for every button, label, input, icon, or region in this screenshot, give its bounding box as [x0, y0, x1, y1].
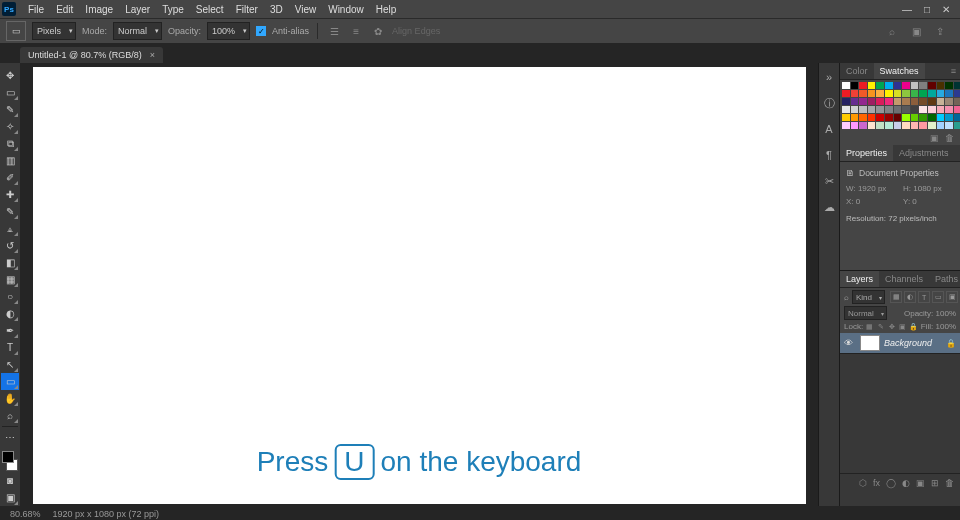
swatch[interactable]: [937, 90, 945, 97]
swatch[interactable]: [859, 106, 867, 113]
swatch[interactable]: [902, 122, 910, 129]
crop-tool[interactable]: ⧉: [1, 135, 19, 152]
shape-tool[interactable]: ▭: [1, 373, 19, 390]
minimize-button[interactable]: —: [902, 4, 912, 15]
lasso-tool[interactable]: ✎: [1, 101, 19, 118]
frame-tool[interactable]: ▥: [1, 152, 19, 169]
swatch[interactable]: [902, 114, 910, 121]
swatch[interactable]: [859, 98, 867, 105]
type-tool[interactable]: T: [1, 339, 19, 356]
swatch[interactable]: [842, 90, 850, 97]
gradient-tool[interactable]: ▦: [1, 271, 19, 288]
menu-help[interactable]: Help: [370, 0, 403, 18]
swatch[interactable]: [851, 122, 859, 129]
layer-fx-icon[interactable]: fx: [873, 478, 880, 488]
swatch[interactable]: [945, 106, 953, 113]
swatch[interactable]: [954, 98, 960, 105]
swatch[interactable]: [868, 90, 876, 97]
quick-mask[interactable]: ◙: [1, 472, 19, 489]
swatch[interactable]: [859, 90, 867, 97]
swatch[interactable]: [919, 82, 927, 89]
pen-tool[interactable]: ✒: [1, 322, 19, 339]
swatch[interactable]: [851, 82, 859, 89]
swatch[interactable]: [885, 98, 893, 105]
menu-layer[interactable]: Layer: [119, 0, 156, 18]
swatch[interactable]: [859, 82, 867, 89]
filter-smart-icon[interactable]: ▣: [946, 291, 958, 303]
filter-adjust-icon[interactable]: ◐: [904, 291, 916, 303]
swatch[interactable]: [885, 122, 893, 129]
mode-dropdown[interactable]: Normal: [113, 22, 162, 40]
swatch[interactable]: [928, 122, 936, 129]
swatch[interactable]: [945, 90, 953, 97]
swatch[interactable]: [851, 98, 859, 105]
settings-icon[interactable]: ✿: [370, 23, 386, 39]
swatch[interactable]: [928, 98, 936, 105]
filter-pixel-icon[interactable]: ▦: [890, 291, 902, 303]
layer-thumbnail[interactable]: [860, 335, 880, 351]
paragraph-panel-icon[interactable]: ¶: [821, 147, 837, 163]
swatch[interactable]: [868, 122, 876, 129]
swatch[interactable]: [928, 106, 936, 113]
swatch[interactable]: [842, 82, 850, 89]
lock-transparency-icon[interactable]: ▦: [865, 322, 874, 331]
document-tab[interactable]: Untitled-1 @ 80.7% (RGB/8) ×: [20, 47, 163, 63]
swatch[interactable]: [902, 90, 910, 97]
new-layer-icon[interactable]: ⊞: [931, 478, 939, 488]
swatch[interactable]: [928, 82, 936, 89]
swatch[interactable]: [902, 82, 910, 89]
antialias-checkbox[interactable]: ✓: [256, 26, 266, 36]
search-icon[interactable]: ⌕: [884, 23, 900, 39]
swatch[interactable]: [945, 82, 953, 89]
swatch[interactable]: [859, 114, 867, 121]
swatch[interactable]: [911, 106, 919, 113]
menu-edit[interactable]: Edit: [50, 0, 79, 18]
menu-3d[interactable]: 3D: [264, 0, 289, 18]
swatch[interactable]: [876, 90, 884, 97]
close-button[interactable]: ✕: [942, 4, 950, 15]
swatch[interactable]: [842, 98, 850, 105]
swatch[interactable]: [937, 106, 945, 113]
swatch[interactable]: [885, 106, 893, 113]
swatch[interactable]: [842, 122, 850, 129]
swatch[interactable]: [868, 114, 876, 121]
swatch[interactable]: [885, 90, 893, 97]
swatch[interactable]: [911, 90, 919, 97]
swatch[interactable]: [937, 82, 945, 89]
swatch[interactable]: [902, 98, 910, 105]
swatch[interactable]: [894, 90, 902, 97]
wand-tool[interactable]: ✧: [1, 118, 19, 135]
tab-paths[interactable]: Paths: [929, 271, 960, 287]
swatch[interactable]: [911, 98, 919, 105]
filter-type-icon[interactable]: T: [918, 291, 930, 303]
lock-image-icon[interactable]: ✎: [876, 322, 885, 331]
workspace-icon[interactable]: ▣: [908, 23, 924, 39]
menu-window[interactable]: Window: [322, 0, 370, 18]
swatch[interactable]: [937, 98, 945, 105]
swatches-menu-icon[interactable]: ≡: [947, 66, 960, 76]
blur-tool[interactable]: ○: [1, 288, 19, 305]
move-tool[interactable]: ✥: [1, 67, 19, 84]
swatch[interactable]: [894, 114, 902, 121]
menu-select[interactable]: Select: [190, 0, 230, 18]
share-icon[interactable]: ⇪: [932, 23, 948, 39]
tools-panel-icon[interactable]: ✂: [821, 173, 837, 189]
swatch[interactable]: [868, 82, 876, 89]
libraries-panel-icon[interactable]: ☁: [821, 199, 837, 215]
opacity-dropdown[interactable]: 100%: [207, 22, 250, 40]
swatch[interactable]: [851, 90, 859, 97]
layer-mask-icon[interactable]: ◯: [886, 478, 896, 488]
swatch[interactable]: [876, 98, 884, 105]
swatch[interactable]: [885, 82, 893, 89]
path-select-tool[interactable]: ↖: [1, 356, 19, 373]
swatch[interactable]: [919, 98, 927, 105]
brush-tool[interactable]: ✎: [1, 203, 19, 220]
menu-filter[interactable]: Filter: [230, 0, 264, 18]
swatch[interactable]: [919, 114, 927, 121]
new-fill-icon[interactable]: ◐: [902, 478, 910, 488]
swatch[interactable]: [954, 90, 960, 97]
menu-image[interactable]: Image: [79, 0, 119, 18]
zoom-tool[interactable]: ⌕: [1, 407, 19, 424]
foreground-color[interactable]: [2, 451, 14, 463]
delete-layer-icon[interactable]: 🗑: [945, 478, 954, 488]
